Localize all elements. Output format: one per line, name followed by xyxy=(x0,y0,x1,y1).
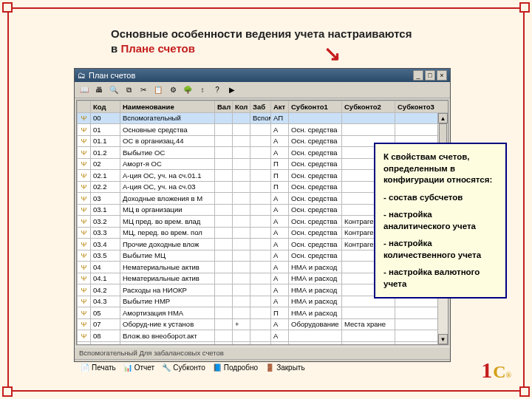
cell: А xyxy=(271,124,289,136)
more-button[interactable]: 📘Подробно xyxy=(213,364,258,372)
cell: А xyxy=(271,216,289,228)
table-row[interactable]: Ψ08.1Приобретение зем.учаАОбъекты внео xyxy=(78,341,449,345)
column-header[interactable]: Субконто3 xyxy=(395,101,449,113)
book-icon[interactable]: 📖 xyxy=(79,85,89,95)
frame-corner xyxy=(519,2,530,13)
table-row[interactable]: Ψ05Амортизация НМАПНМА и расход xyxy=(78,307,449,319)
cell: 01.2 xyxy=(91,147,120,159)
tree-icon[interactable]: 🌳 xyxy=(183,85,193,95)
sort-icon[interactable]: ↕ xyxy=(197,85,208,95)
cell xyxy=(342,124,395,136)
cell xyxy=(233,330,250,342)
print-icon[interactable]: 🖶 xyxy=(94,85,104,95)
cell: Прочие доходные влож xyxy=(120,239,215,250)
cell: Оборудование xyxy=(289,318,342,330)
table-row[interactable]: Ψ01Основные средстваАОсн. средства xyxy=(78,124,449,136)
column-header[interactable]: Акт xyxy=(271,101,289,113)
cell xyxy=(250,227,271,239)
cell: А xyxy=(271,135,289,147)
maximize-button[interactable]: □ xyxy=(425,70,435,81)
titlebar[interactable]: 🗂 План счетов _ □ × xyxy=(75,69,450,82)
cell: 07 xyxy=(91,318,120,330)
column-header[interactable]: Субконто2 xyxy=(342,101,395,113)
logo-1: 1 xyxy=(481,358,492,383)
cell xyxy=(215,135,233,147)
find-icon[interactable]: 🔍 xyxy=(109,85,119,95)
cell: Оборуд-ние к установ xyxy=(120,318,215,330)
cell: 01 xyxy=(91,124,120,136)
cell: НМА и расход xyxy=(289,262,342,273)
play-icon[interactable]: ▶ xyxy=(227,85,237,95)
column-header[interactable]: Субконто1 xyxy=(289,101,342,113)
cell xyxy=(250,273,271,284)
callout-item: - настройка валютного учета xyxy=(383,267,497,290)
column-header[interactable]: Код xyxy=(91,101,120,113)
cell: 03.3 xyxy=(91,227,120,239)
cell xyxy=(215,318,233,330)
cell: Нематериальные актив xyxy=(120,273,215,284)
cell: Выбытие МЦ xyxy=(120,250,215,262)
cell xyxy=(250,135,271,147)
table-row[interactable]: Ψ00ВспомогательныйВспом-ый учетАП xyxy=(78,112,449,124)
help-icon[interactable]: ? xyxy=(212,85,222,95)
cell: П xyxy=(271,307,289,319)
column-header[interactable]: Вал xyxy=(215,101,233,113)
cell xyxy=(215,181,233,193)
report-button[interactable]: 📊Отчет xyxy=(123,364,154,372)
cell: 01.1 xyxy=(91,135,120,147)
table-row[interactable]: Ψ07Оборуд-ние к установ+АОборудованиеМес… xyxy=(78,318,449,330)
cell xyxy=(233,284,250,296)
column-header[interactable] xyxy=(78,101,91,113)
cell: Вспомогательный xyxy=(120,112,215,124)
cell xyxy=(250,262,271,273)
scroll-down-icon[interactable]: ▼ xyxy=(438,334,448,344)
cell xyxy=(250,170,271,182)
cell: П xyxy=(271,170,289,182)
cell: Расходы на НИОКР xyxy=(120,284,215,296)
copy-icon[interactable]: ⧉ xyxy=(123,85,134,95)
row-marker-icon: Ψ xyxy=(78,239,91,250)
props-icon[interactable]: ⚙ xyxy=(168,85,178,95)
column-header[interactable]: Заб xyxy=(250,101,271,113)
cell: 03.2 xyxy=(91,216,120,228)
column-header[interactable]: Наименование xyxy=(120,101,215,113)
column-header[interactable]: Кол xyxy=(233,101,250,113)
info-text: Вспомогательный Для забалансовых счетов xyxy=(79,349,224,357)
cell: Выбытие ОС xyxy=(120,147,215,159)
table-row[interactable]: Ψ08Влож.во внеоборот.актА xyxy=(78,330,449,342)
cell xyxy=(215,262,233,273)
cell: Амортизация НМА xyxy=(120,307,215,319)
logo-mark: ® xyxy=(506,371,511,379)
row-marker-icon: Ψ xyxy=(78,124,91,136)
cell xyxy=(233,307,250,319)
cell: А xyxy=(271,296,289,307)
cell xyxy=(250,250,271,262)
window-title: План счетов xyxy=(89,71,412,80)
print-button[interactable]: 📄Печать xyxy=(81,364,116,372)
cell xyxy=(250,318,271,330)
paste-icon[interactable]: 📋 xyxy=(153,85,163,95)
cell: Осн. средства xyxy=(289,135,342,147)
subkonto-button[interactable]: 🔧Субконто xyxy=(162,364,205,372)
cut-icon[interactable]: ✂ xyxy=(138,85,149,95)
page-title: Основные особенности ведения учета настр… xyxy=(111,27,421,55)
close-button[interactable]: × xyxy=(437,70,447,81)
cell: 04.2 xyxy=(91,284,120,296)
cell: НМА и расход xyxy=(289,284,342,296)
cell: 00 xyxy=(91,112,120,124)
cell: Осн. средства xyxy=(289,227,342,239)
cell xyxy=(250,181,271,193)
cell: А xyxy=(271,330,289,342)
scroll-up-icon[interactable]: ▲ xyxy=(438,113,448,123)
cell xyxy=(215,204,233,216)
cell: МЦ, перед. во врем. пол xyxy=(120,227,215,239)
row-marker-icon: Ψ xyxy=(78,158,91,170)
cell xyxy=(215,124,233,136)
cell: Влож.во внеоборот.акт xyxy=(120,330,215,342)
cell: НМА и расход xyxy=(289,307,342,319)
cell xyxy=(250,193,271,205)
cell xyxy=(215,296,233,307)
minimize-button[interactable]: _ xyxy=(413,70,423,81)
close-button-bottom[interactable]: 🚪Закрыть xyxy=(265,364,305,372)
cell: 08 xyxy=(91,330,120,342)
